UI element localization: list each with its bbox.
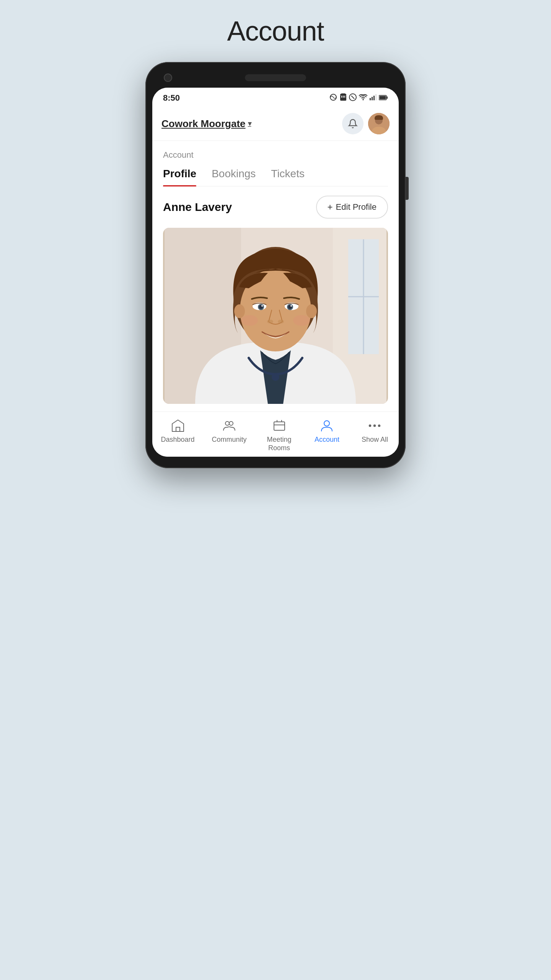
phone-notch: [152, 74, 399, 88]
svg-point-42: [225, 421, 229, 425]
svg-point-32: [261, 305, 263, 307]
dashboard-icon: [170, 418, 186, 433]
notifications-button[interactable]: [342, 113, 364, 134]
status-time: 8:50: [163, 93, 180, 103]
battery-icon: [379, 94, 388, 102]
svg-point-45: [324, 421, 329, 426]
tab-tickets[interactable]: Tickets: [271, 168, 305, 186]
bell-icon: [348, 119, 358, 129]
profile-header: Anne Lavery + Edit Profile: [163, 196, 388, 219]
profile-image: [163, 228, 388, 404]
svg-rect-10: [375, 94, 377, 100]
nav-label-dashboard: Dashboard: [161, 436, 194, 444]
phone-speaker: [245, 74, 306, 81]
svg-rect-8: [372, 97, 373, 100]
svg-point-48: [378, 425, 380, 426]
nav-item-meeting-rooms[interactable]: MeetingRooms: [264, 418, 295, 452]
svg-point-46: [369, 425, 371, 426]
data-icon: [329, 94, 337, 103]
nav-item-community[interactable]: Community: [212, 418, 247, 452]
community-icon: [222, 418, 237, 433]
svg-rect-3: [343, 96, 344, 98]
svg-rect-12: [386, 96, 388, 99]
sd-icon: [340, 93, 347, 103]
nav-item-show-all[interactable]: Show All: [359, 418, 390, 452]
nav-item-account[interactable]: Account: [311, 418, 342, 452]
wifi-icon: [359, 94, 367, 102]
edit-profile-label: Edit Profile: [336, 202, 377, 212]
account-section: Account Profile Bookings Tickets: [152, 141, 399, 186]
workspace-label: Cowork Moorgate: [161, 118, 246, 130]
nav-label-meeting-rooms: MeetingRooms: [267, 436, 291, 452]
svg-point-36: [290, 305, 292, 307]
phone-frame: 8:50: [145, 62, 406, 468]
svg-rect-9: [373, 96, 375, 100]
phone-screen: 8:50: [152, 88, 399, 457]
svg-line-6: [351, 96, 354, 99]
nav-label-show-all: Show All: [362, 436, 388, 444]
edit-profile-button[interactable]: + Edit Profile: [316, 196, 388, 219]
tab-bookings[interactable]: Bookings: [212, 168, 256, 186]
svg-point-28: [306, 304, 317, 318]
phone-camera: [164, 74, 172, 82]
svg-rect-7: [370, 98, 371, 100]
svg-point-47: [374, 425, 375, 426]
show-all-icon: [367, 418, 382, 433]
svg-rect-41: [176, 427, 180, 431]
status-icons: [329, 93, 388, 103]
account-icon: [319, 418, 334, 433]
avatar-image: [368, 113, 390, 134]
svg-rect-44: [274, 422, 285, 430]
svg-rect-13: [380, 96, 386, 99]
profile-photo: [163, 228, 388, 404]
svg-point-27: [234, 304, 245, 318]
svg-rect-2: [341, 96, 342, 98]
profile-section: Anne Lavery + Edit Profile: [152, 186, 399, 412]
side-button: [406, 177, 409, 200]
nav-label-community: Community: [212, 436, 247, 444]
section-label: Account: [163, 150, 388, 160]
bottom-nav: Dashboard Community: [152, 412, 399, 457]
svg-point-40: [293, 315, 310, 326]
nav-item-dashboard[interactable]: Dashboard: [161, 418, 194, 452]
workspace-selector[interactable]: Cowork Moorgate ▾: [161, 118, 251, 130]
svg-point-43: [229, 421, 233, 425]
svg-rect-4: [344, 96, 345, 98]
nav-label-account: Account: [315, 436, 339, 444]
edit-plus-icon: +: [328, 202, 333, 212]
status-bar: 8:50: [152, 88, 399, 107]
top-bar-actions: [342, 113, 390, 134]
top-bar: Cowork Moorgate ▾: [152, 107, 399, 141]
no-notif-icon: [349, 93, 357, 103]
svg-point-38: [278, 320, 284, 323]
signal-icon: [370, 94, 377, 102]
page-title: Account: [227, 15, 324, 47]
avatar-placeholder: [368, 113, 390, 134]
svg-point-37: [267, 320, 273, 323]
workspace-chevron-icon: ▾: [248, 119, 251, 128]
profile-name: Anne Lavery: [163, 201, 232, 214]
tab-profile[interactable]: Profile: [163, 168, 196, 186]
tabs-container: Profile Bookings Tickets: [163, 168, 388, 186]
meeting-rooms-icon: [272, 418, 287, 433]
svg-point-23: [272, 373, 279, 381]
svg-point-39: [241, 315, 258, 326]
user-avatar-button[interactable]: [368, 113, 390, 134]
